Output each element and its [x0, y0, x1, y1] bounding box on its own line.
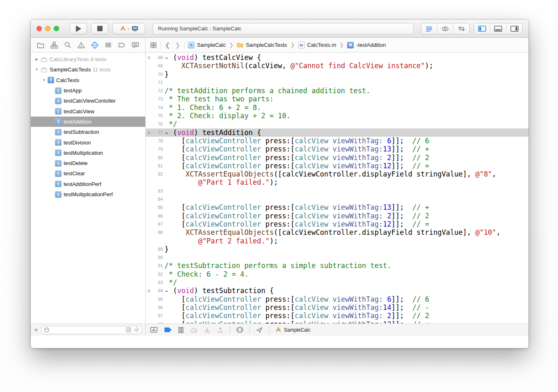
code-area[interactable]: ◇68- (void) testCalcView {69 XCTAssertNo… — [146, 53, 528, 323]
step-out-button[interactable] — [217, 327, 224, 333]
list-badge-icon[interactable] — [125, 327, 132, 333]
report-navigator-icon[interactable] — [131, 41, 140, 50]
test-diamond-icon[interactable]: ◇ — [146, 128, 152, 137]
line-number: 72 — [152, 87, 165, 95]
code-line-93[interactable]: 93 */ — [146, 278, 528, 287]
code-line-80[interactable]: 80 [calcViewController press:[calcView v… — [146, 154, 528, 162]
breadcrumb-item[interactable]: CalcTests.m — [307, 42, 336, 48]
code-line-78[interactable]: 78 [calcViewController press:[calcView v… — [146, 137, 528, 145]
code-line-71[interactable]: 71 — [146, 78, 528, 87]
standard-editor-button[interactable] — [421, 23, 437, 34]
code-line-79[interactable]: 79 [calcViewController press:[calcView v… — [146, 145, 528, 153]
code-line-70[interactable]: 70} — [146, 70, 528, 78]
symbol-navigator-icon[interactable] — [50, 41, 59, 50]
sidebar-item-CalcTests[interactable]: ▼TCalcTests — [31, 75, 145, 85]
code-line-74[interactable]: 74 * 1. Check: 6 + 2 = 8. — [146, 103, 528, 112]
breadcrumb-item[interactable]: SampleCalc — [197, 42, 226, 48]
code-line-73[interactable]: 73 * The test has two parts: — [146, 95, 528, 103]
code-line-81[interactable]: 81 [calcViewController press:[calcView v… — [146, 162, 528, 170]
toggle-navigator-button[interactable] — [474, 23, 490, 34]
code-line-69[interactable]: 69 XCTAssertNotNil(calcView, @"Cannot fi… — [146, 62, 528, 70]
toggle-utilities-button[interactable] — [506, 23, 522, 34]
version-editor-button[interactable] — [453, 23, 469, 34]
hide-debug-area-button[interactable] — [150, 326, 158, 333]
add-button[interactable]: + — [34, 326, 38, 333]
code-line-83[interactable]: 83 — [146, 187, 528, 195]
code-line-95[interactable]: 95 [calcViewController press:[calcView v… — [146, 295, 528, 303]
code-line-88[interactable]: 88 XCTAssertEqualObjects([calcViewContro… — [146, 228, 528, 236]
sidebar-item-testSubtraction[interactable]: ttestSubtraction — [31, 127, 145, 137]
code-line-82[interactable]: 82 XCTAssertEqualObjects([calcViewContro… — [146, 170, 528, 178]
xcode-window: › Running SampleCalc : SampleCalc — [31, 20, 528, 348]
filter-field[interactable] — [41, 326, 142, 334]
issue-navigator-icon[interactable] — [77, 41, 86, 50]
disclosure-down-icon[interactable]: ▼ — [34, 68, 39, 71]
code-line-94[interactable]: ◇94- (void) testSubtraction { — [146, 287, 528, 295]
forward-button[interactable]: ❯ — [174, 41, 181, 49]
sidebar-item-testCalcViewContoller[interactable]: ttestCalcViewContoller — [31, 96, 145, 106]
simulate-location-button[interactable] — [256, 326, 263, 333]
code-line-90[interactable]: 90 — [146, 253, 528, 261]
code-line-92[interactable]: 92 * Check: 6 - 2 = 4. — [146, 270, 528, 278]
code-line-85[interactable]: 85 [calcViewController press:[calcView v… — [146, 203, 528, 211]
code-line-91[interactable]: 91/* testSubtraction performs a simple s… — [146, 261, 528, 270]
sidebar-item-CalcLibraryTests[interactable]: ▶CalcLibraryTests8 tests — [31, 54, 145, 64]
sidebar-item-SampleCalcTests[interactable]: ▼SampleCalcTests11 tests — [31, 64, 145, 75]
code-line-86[interactable]: 86 [calcViewController press:[calcView v… — [146, 212, 528, 220]
code-line-97[interactable]: 97 [calcViewController press:[calcView v… — [146, 312, 528, 320]
view-hierarchy-button[interactable] — [236, 326, 244, 333]
code-line-87[interactable]: 87 [calcViewController press:[calcView v… — [146, 220, 528, 228]
sidebar-item-testDelete[interactable]: ttestDelete — [31, 158, 145, 168]
breadcrumb-item[interactable]: -testAddition — [356, 42, 386, 48]
zoom-button[interactable] — [54, 26, 59, 31]
code-line-77[interactable]: ◇77- (void) testAddition { — [146, 128, 528, 137]
breadcrumb-item[interactable]: SampleCalcTests — [246, 42, 287, 48]
code-line-wrap[interactable]: @"Part 1 failed."); — [146, 178, 528, 186]
sidebar-item-testApp[interactable]: ttestApp — [31, 85, 145, 96]
failed-tests-filter-icon[interactable] — [133, 327, 140, 333]
code-line-72[interactable]: 72/* testAddition performs a chained add… — [146, 87, 528, 95]
disclosure-right-icon[interactable]: ▶ — [34, 57, 39, 61]
code-line-75[interactable]: 75 * 2. Check: display + 2 = 10. — [146, 112, 528, 120]
stop-button[interactable] — [91, 23, 108, 34]
sidebar-item-testMultiplicationPerf[interactable]: ttestMultiplicationPerf — [31, 189, 145, 199]
code-line-89[interactable]: 89} — [146, 245, 528, 253]
source-editor[interactable]: ◇68- (void) testCalcView {69 XCTAssertNo… — [146, 53, 528, 336]
test-diamond-icon[interactable]: ◇ — [146, 287, 152, 295]
project-navigator-icon[interactable] — [36, 41, 45, 50]
minimize-button[interactable] — [45, 26, 50, 31]
debug-navigator-icon[interactable] — [104, 41, 113, 50]
code-text: /* testAddition performs a chained addit… — [165, 87, 528, 95]
sidebar-item-testClear[interactable]: ttestClear — [31, 168, 145, 179]
test-diamond-icon[interactable]: ◇ — [146, 53, 152, 62]
code-line-98[interactable]: 98 [calcViewController press:[calcView v… — [146, 320, 528, 324]
test-navigator-icon[interactable] — [90, 41, 99, 50]
code-line-96[interactable]: 96 [calcViewController press:[calcView v… — [146, 303, 528, 312]
code-line-76[interactable]: 76 */ — [146, 120, 528, 128]
breakpoints-toggle-button[interactable] — [164, 327, 172, 333]
code-line-84[interactable]: 84 — [146, 195, 528, 203]
sidebar-item-testAdditionPerf[interactable]: ttestAdditionPerf — [31, 179, 145, 189]
sidebar-item-testCalcView[interactable]: ttestCalcView — [31, 106, 145, 116]
close-button[interactable] — [37, 26, 42, 31]
step-into-button[interactable] — [204, 327, 211, 333]
assistant-editor-button[interactable] — [437, 23, 453, 34]
disclosure-down-icon[interactable]: ▼ — [41, 78, 47, 82]
step-over-button[interactable] — [190, 327, 198, 333]
line-number: 98 — [152, 320, 165, 324]
related-items-icon[interactable] — [150, 41, 157, 49]
breakpoint-navigator-icon[interactable] — [117, 41, 126, 50]
code-line-68[interactable]: ◇68- (void) testCalcView { — [146, 53, 528, 62]
toggle-debug-area-button[interactable] — [490, 23, 506, 34]
scheme-selector[interactable]: › — [112, 23, 145, 34]
debug-process[interactable]: SampleCalc — [275, 326, 311, 333]
line-number: 80 — [152, 154, 165, 162]
sidebar-item-testDivision[interactable]: ttestDivision — [31, 137, 145, 147]
run-button[interactable] — [70, 23, 87, 34]
pause-button[interactable] — [178, 327, 184, 333]
back-button[interactable]: ❮ — [164, 41, 171, 49]
find-navigator-icon[interactable] — [63, 41, 72, 50]
code-line-wrap[interactable]: @"Part 2 failed."); — [146, 237, 528, 245]
sidebar-item-testMultiplication[interactable]: ttestMultiplication — [31, 148, 145, 158]
sidebar-item-testAddition[interactable]: ttestAddition — [31, 117, 145, 127]
